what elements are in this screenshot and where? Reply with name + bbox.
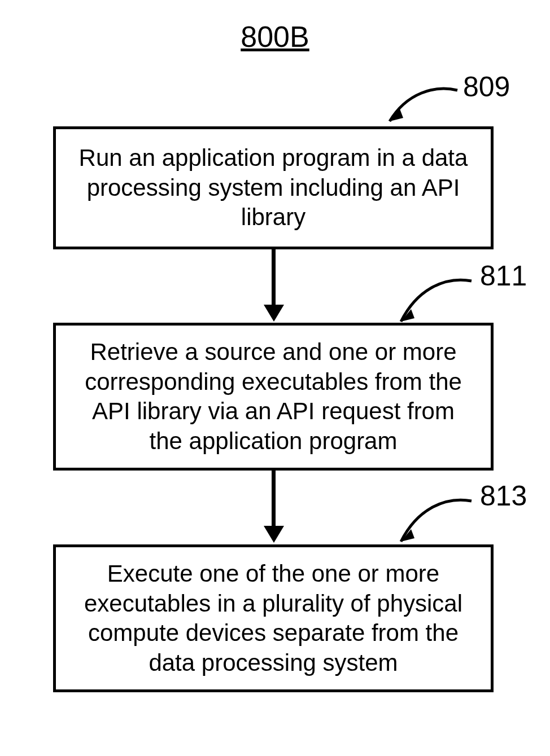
step-811-box: Retrieve a source and one or more corres… <box>53 323 494 471</box>
step-809-label: 809 <box>463 71 510 103</box>
step-809-text: Run an application program in a data pro… <box>73 143 474 232</box>
diagram-title: 800B <box>0 20 550 54</box>
step-813-box: Execute one of the one or more executabl… <box>53 544 494 692</box>
arrow-811-to-813-head-icon <box>264 526 284 543</box>
step-811-text: Retrieve a source and one or more corres… <box>73 337 474 456</box>
step-811-label: 811 <box>480 260 527 292</box>
step-813-label: 813 <box>480 480 527 512</box>
callout-813-icon <box>395 485 486 547</box>
arrow-811-to-813-icon <box>272 471 276 527</box>
svg-marker-2 <box>401 529 414 542</box>
callout-809-icon <box>384 76 474 127</box>
svg-marker-0 <box>390 109 403 121</box>
step-813-text: Execute one of the one or more executabl… <box>73 559 474 678</box>
callout-811-icon <box>395 265 486 327</box>
arrow-809-to-811-head-icon <box>264 305 284 322</box>
flowchart-canvas: 800B 809 Run an application program in a… <box>0 0 550 756</box>
svg-marker-1 <box>401 309 414 322</box>
arrow-809-to-811-icon <box>272 249 276 306</box>
step-809-box: Run an application program in a data pro… <box>53 126 494 249</box>
